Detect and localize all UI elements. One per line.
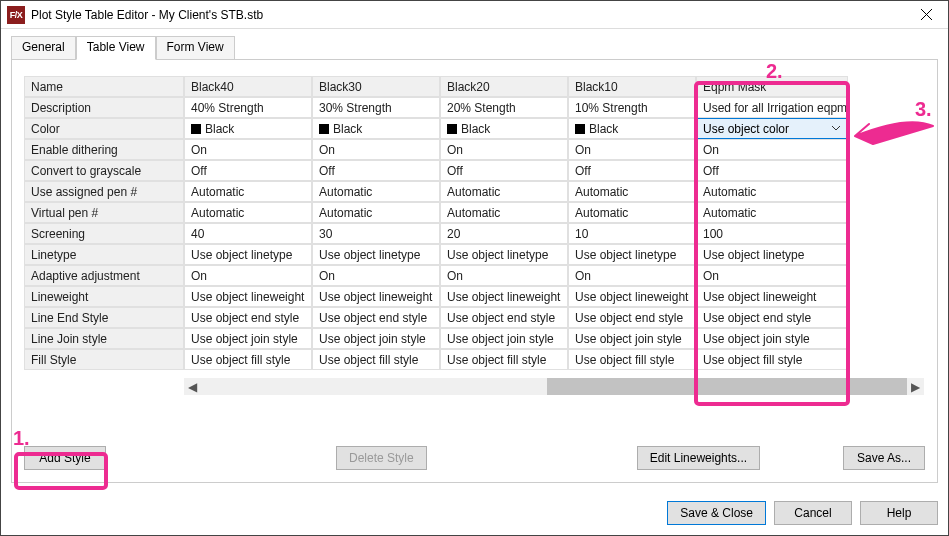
col-header[interactable]: Black10 [568, 76, 696, 97]
panel-button-row: Add Style Delete Style Edit Lineweights.… [24, 446, 925, 470]
cell-fill-style[interactable]: Use object fill style [696, 349, 848, 370]
col-header[interactable]: Eqpm Mask [696, 76, 848, 97]
cell-lineweight[interactable]: Use object lineweight [696, 286, 848, 307]
cell-color[interactable]: Black [440, 118, 568, 139]
cell-grayscale[interactable]: Off [184, 160, 312, 181]
tab-form-view[interactable]: Form View [156, 36, 235, 60]
cell-dithering[interactable]: On [184, 139, 312, 160]
cell-line-end[interactable]: Use object end style [312, 307, 440, 328]
cell-linetype[interactable]: Use object linetype [696, 244, 848, 265]
cell-line-join[interactable]: Use object join style [184, 328, 312, 349]
cell-line-end[interactable]: Use object end style [440, 307, 568, 328]
cell-adaptive[interactable]: On [696, 265, 848, 286]
cell-fill-style[interactable]: Use object fill style [184, 349, 312, 370]
cell-color-text: Black [461, 121, 490, 137]
horizontal-scrollbar[interactable]: ◀ ▶ [184, 378, 924, 395]
save-close-button[interactable]: Save & Close [667, 501, 766, 525]
cell-dithering[interactable]: On [312, 139, 440, 160]
cell-color[interactable]: Black [184, 118, 312, 139]
cell-grayscale[interactable]: Off [696, 160, 848, 181]
help-button[interactable]: Help [860, 501, 938, 525]
tab-general[interactable]: General [11, 36, 76, 60]
scroll-right-icon[interactable]: ▶ [907, 378, 924, 395]
cell-assigned-pen[interactable]: Automatic [440, 181, 568, 202]
edit-lineweights-button[interactable]: Edit Lineweights... [637, 446, 760, 470]
row-label-lineweight: Lineweight [24, 286, 184, 307]
row-label-name: Name [24, 76, 184, 97]
cell-description[interactable]: 10% Strength [568, 97, 696, 118]
cell-grayscale[interactable]: Off [568, 160, 696, 181]
col-header[interactable]: Black20 [440, 76, 568, 97]
cell-lineweight[interactable]: Use object lineweight [312, 286, 440, 307]
cell-lineweight[interactable]: Use object lineweight [568, 286, 696, 307]
save-as-button[interactable]: Save As... [843, 446, 925, 470]
cell-color-text: Black [589, 121, 618, 137]
cell-color[interactable]: Black [312, 118, 440, 139]
cell-virtual-pen[interactable]: Automatic [568, 202, 696, 223]
cell-line-end[interactable]: Use object end style [184, 307, 312, 328]
cell-grayscale[interactable]: Off [440, 160, 568, 181]
cell-virtual-pen[interactable]: Automatic [696, 202, 848, 223]
cancel-button[interactable]: Cancel [774, 501, 852, 525]
cell-lineweight[interactable]: Use object lineweight [184, 286, 312, 307]
plot-style-grid[interactable]: Name Black40 Black30 Black20 Black10 Eqp… [24, 76, 925, 370]
cell-fill-style[interactable]: Use object fill style [440, 349, 568, 370]
tab-panel: Name Black40 Black30 Black20 Black10 Eqp… [11, 59, 938, 483]
row-label-assigned-pen: Use assigned pen # [24, 181, 184, 202]
cell-description[interactable]: 20% Stength [440, 97, 568, 118]
cell-assigned-pen[interactable]: Automatic [568, 181, 696, 202]
cell-fill-style[interactable]: Use object fill style [568, 349, 696, 370]
cell-line-join[interactable]: Use object join style [440, 328, 568, 349]
cell-virtual-pen[interactable]: Automatic [440, 202, 568, 223]
cell-line-end[interactable]: Use object end style [568, 307, 696, 328]
content: General Table View Form View Name Black4… [1, 29, 948, 493]
cell-assigned-pen[interactable]: Automatic [312, 181, 440, 202]
cell-screening[interactable]: 10 [568, 223, 696, 244]
cell-description[interactable]: 40% Strength [184, 97, 312, 118]
color-combobox[interactable]: Use object color [696, 118, 848, 139]
row-label-linetype: Linetype [24, 244, 184, 265]
cell-adaptive[interactable]: On [440, 265, 568, 286]
row-label-grayscale: Convert to grayscale [24, 160, 184, 181]
cell-linetype[interactable]: Use object linetype [440, 244, 568, 265]
title-bar: F/X Plot Style Table Editor - My Client'… [1, 1, 948, 29]
cell-dithering[interactable]: On [440, 139, 568, 160]
cell-line-join[interactable]: Use object join style [568, 328, 696, 349]
cell-linetype[interactable]: Use object linetype [568, 244, 696, 265]
col-header[interactable]: Black30 [312, 76, 440, 97]
tab-table-view[interactable]: Table View [76, 36, 156, 60]
cell-adaptive[interactable]: On [568, 265, 696, 286]
cell-line-join[interactable]: Use object join style [696, 328, 848, 349]
cell-linetype[interactable]: Use object linetype [184, 244, 312, 265]
add-style-button[interactable]: Add Style [24, 446, 106, 470]
scrollbar-thumb[interactable] [547, 378, 907, 395]
color-swatch-icon [447, 124, 457, 134]
cell-screening[interactable]: 40 [184, 223, 312, 244]
cell-screening[interactable]: 30 [312, 223, 440, 244]
cell-adaptive[interactable]: On [184, 265, 312, 286]
cell-grayscale[interactable]: Off [312, 160, 440, 181]
cell-screening[interactable]: 100 [696, 223, 848, 244]
cell-virtual-pen[interactable]: Automatic [184, 202, 312, 223]
cell-adaptive[interactable]: On [312, 265, 440, 286]
cell-line-end[interactable]: Use object end style [696, 307, 848, 328]
cell-assigned-pen[interactable]: Automatic [184, 181, 312, 202]
cell-fill-style[interactable]: Use object fill style [312, 349, 440, 370]
cell-linetype[interactable]: Use object linetype [312, 244, 440, 265]
dialog-footer: Save & Close Cancel Help [1, 493, 948, 535]
cell-screening[interactable]: 20 [440, 223, 568, 244]
cell-dithering[interactable]: On [568, 139, 696, 160]
cell-description[interactable]: Used for all Irrigation eqpm [696, 97, 848, 118]
cell-assigned-pen[interactable]: Automatic [696, 181, 848, 202]
cell-dithering[interactable]: On [696, 139, 848, 160]
cell-virtual-pen[interactable]: Automatic [312, 202, 440, 223]
close-button[interactable] [904, 1, 948, 29]
cell-line-join[interactable]: Use object join style [312, 328, 440, 349]
col-header[interactable]: Black40 [184, 76, 312, 97]
delete-style-button[interactable]: Delete Style [336, 446, 427, 470]
row-label-virtual-pen: Virtual pen # [24, 202, 184, 223]
cell-lineweight[interactable]: Use object lineweight [440, 286, 568, 307]
cell-color[interactable]: Black [568, 118, 696, 139]
scroll-left-icon[interactable]: ◀ [184, 378, 201, 395]
cell-description[interactable]: 30% Strength [312, 97, 440, 118]
